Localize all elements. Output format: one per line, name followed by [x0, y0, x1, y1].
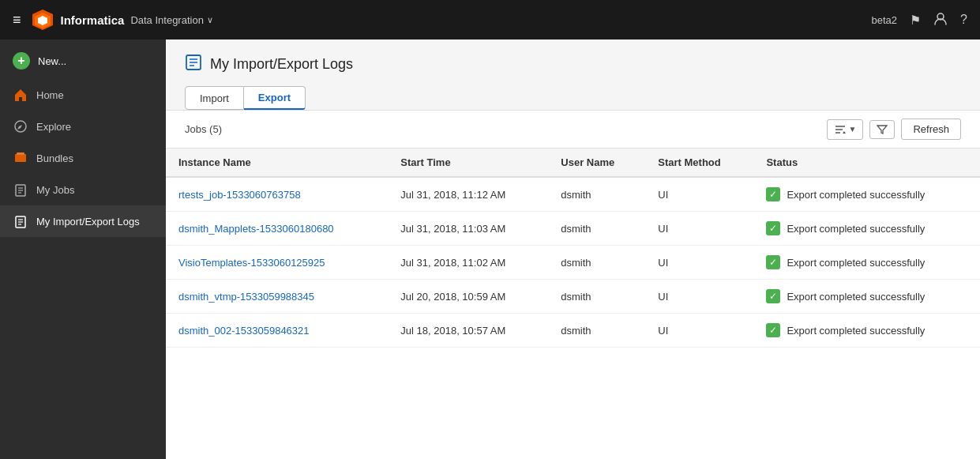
table-row: dsmith_Mapplets-1533060180680Jul 31, 201… [166, 212, 980, 246]
col-start-method: Start Method [645, 149, 753, 177]
col-status: Status [753, 149, 980, 177]
status-cell: ✓Export completed successfully [753, 177, 980, 212]
sidebar-item-bundles[interactable]: Bundles [0, 142, 166, 174]
start-method-cell: UI [645, 246, 753, 280]
new-button[interactable]: + New... [0, 46, 166, 76]
hamburger-icon[interactable]: ≡ [13, 12, 21, 28]
plus-icon: + [13, 52, 30, 70]
nav-user-label: beta2 [872, 14, 898, 26]
home-icon [13, 87, 28, 103]
start-time-cell: Jul 31, 2018, 11:12 AM [388, 177, 548, 212]
sidebar-item-label: My Import/Export Logs [36, 216, 140, 228]
content-header: My Import/Export Logs Import Export [166, 40, 980, 111]
page-title-icon [185, 54, 202, 75]
tabs-row: Import Export [185, 86, 961, 110]
tab-export[interactable]: Export [244, 86, 306, 110]
flag-icon[interactable]: ⚑ [910, 13, 921, 28]
user-name-cell: dsmith [548, 280, 645, 314]
sidebar-item-label: Bundles [36, 152, 73, 164]
page-title-row: My Import/Export Logs [185, 54, 961, 75]
svg-rect-6 [17, 152, 24, 155]
user-name-cell: dsmith [548, 177, 645, 212]
jobs-icon [13, 182, 28, 198]
user-profile-icon[interactable] [933, 11, 948, 28]
instance-name-link[interactable]: dsmith_vtmp-1533059988345 [178, 291, 314, 303]
start-method-cell: UI [645, 314, 753, 348]
logs-icon [13, 213, 28, 229]
status-text: Export completed successfully [787, 325, 925, 337]
instance-name-link[interactable]: dsmith_002-1533059846321 [178, 325, 310, 337]
user-name-cell: dsmith [548, 314, 645, 348]
sidebar-item-explore[interactable]: Explore [0, 111, 166, 142]
main-layout: + New... Home Explore [0, 40, 980, 459]
status-text: Export completed successfully [787, 223, 925, 235]
status-cell: ✓Export completed successfully [753, 212, 980, 246]
status-check-icon: ✓ [766, 187, 780, 201]
status-check-icon: ✓ [766, 221, 780, 235]
content-area: My Import/Export Logs Import Export Jobs… [166, 40, 980, 459]
start-method-cell: UI [645, 280, 753, 314]
start-time-cell: Jul 31, 2018, 11:02 AM [388, 246, 548, 280]
table-row: rtests_job-1533060763758Jul 31, 2018, 11… [166, 177, 980, 212]
status-cell: ✓Export completed successfully [753, 280, 980, 314]
informatica-logo [31, 8, 54, 32]
sort-button[interactable]: ▼ [827, 119, 864, 140]
instance-name-link[interactable]: VisioTemplates-1533060125925 [178, 257, 325, 269]
nav-right: beta2 ⚑ ? [872, 11, 967, 28]
status-check-icon: ✓ [766, 255, 780, 269]
start-method-cell: UI [645, 212, 753, 246]
table-row: VisioTemplates-1533060125925Jul 31, 2018… [166, 246, 980, 280]
sidebar-item-my-jobs[interactable]: My Jobs [0, 174, 166, 205]
user-name-cell: dsmith [548, 246, 645, 280]
tab-import[interactable]: Import [185, 86, 244, 110]
filter-button[interactable] [869, 120, 895, 139]
sidebar-item-home[interactable]: Home [0, 79, 166, 111]
instance-name-link[interactable]: rtests_job-1533060763758 [178, 189, 301, 201]
jobs-count: Jobs (5) [185, 123, 222, 135]
page-title: My Import/Export Logs [210, 56, 353, 73]
svg-rect-5 [15, 154, 26, 162]
status-cell: ✓Export completed successfully [753, 246, 980, 280]
jobs-toolbar: Jobs (5) ▼ [166, 111, 980, 149]
new-label: New... [38, 55, 66, 67]
start-time-cell: Jul 20, 2018, 10:59 AM [388, 280, 548, 314]
instance-name-link[interactable]: dsmith_Mapplets-1533060180680 [178, 223, 334, 235]
sidebar-item-import-export-logs[interactable]: My Import/Export Logs [0, 205, 166, 237]
status-check-icon: ✓ [766, 323, 780, 337]
data-table: Instance Name Start Time User Name Start… [166, 149, 980, 348]
table-header-row: Instance Name Start Time User Name Start… [166, 149, 980, 177]
top-nav: ≡ Informatica Data Integration ∨ beta2 ⚑… [0, 0, 980, 40]
status-cell: ✓Export completed successfully [753, 314, 980, 348]
app-name[interactable]: Data Integration ∨ [130, 14, 213, 26]
status-text: Export completed successfully [787, 291, 925, 303]
status-text: Export completed successfully [787, 189, 925, 201]
sidebar-item-label: Home [36, 89, 64, 101]
help-icon[interactable]: ? [960, 13, 967, 27]
sidebar-item-label: My Jobs [36, 184, 74, 196]
start-time-cell: Jul 31, 2018, 11:03 AM [388, 212, 548, 246]
brand-name: Informatica [61, 13, 125, 27]
sidebar-item-label: Explore [36, 121, 71, 133]
table-row: dsmith_002-1533059846321Jul 18, 2018, 10… [166, 314, 980, 348]
sidebar: + New... Home Explore [0, 40, 166, 459]
toolbar-actions: ▼ Refresh [827, 119, 961, 140]
col-user-name: User Name [548, 149, 645, 177]
jobs-section: Jobs (5) ▼ [166, 111, 980, 459]
col-start-time: Start Time [388, 149, 548, 177]
table-row: dsmith_vtmp-1533059988345Jul 20, 2018, 1… [166, 280, 980, 314]
status-text: Export completed successfully [787, 257, 925, 269]
start-method-cell: UI [645, 177, 753, 212]
bundles-icon [13, 150, 28, 166]
user-name-cell: dsmith [548, 212, 645, 246]
sort-chevron: ▼ [849, 125, 857, 134]
refresh-button[interactable]: Refresh [901, 119, 961, 140]
start-time-cell: Jul 18, 2018, 10:57 AM [388, 314, 548, 348]
col-instance-name: Instance Name [166, 149, 388, 177]
explore-icon [13, 119, 28, 134]
status-check-icon: ✓ [766, 289, 780, 303]
